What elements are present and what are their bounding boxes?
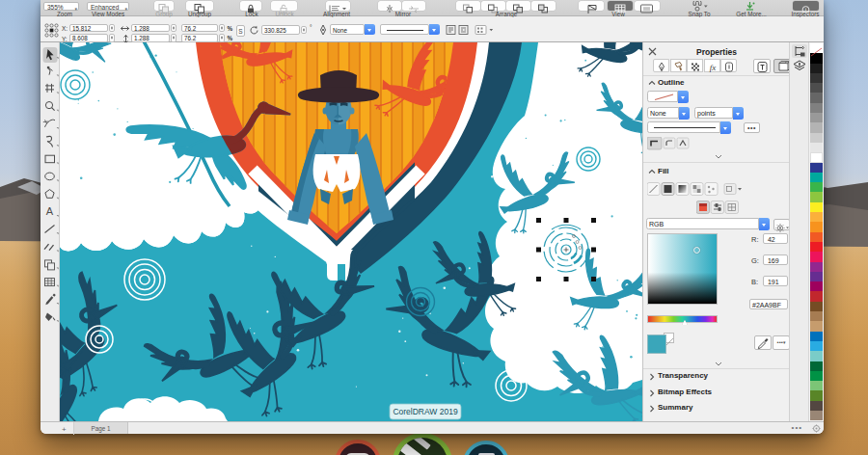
svg-text:CorelDRAW 2019: CorelDRAW 2019	[393, 407, 458, 416]
svg-text:fx: fx	[709, 63, 716, 72]
svg-text:A: A	[46, 205, 54, 217]
